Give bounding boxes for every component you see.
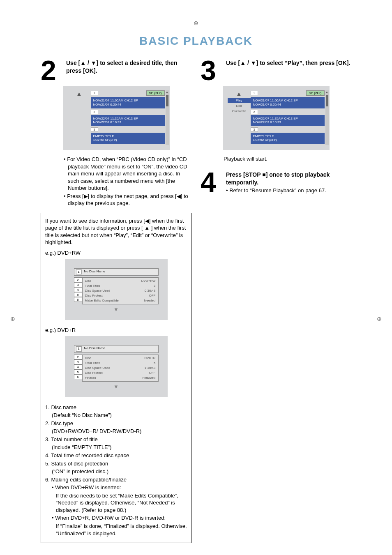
scroll-thumb: [166, 95, 168, 106]
disc1-name: No Disc Name: [84, 269, 106, 275]
legend-2: 2. Disc type: [45, 420, 187, 427]
step4-note: • Refer to “Resume Playback” on page 67.: [226, 187, 351, 193]
title-badge: 1: [91, 91, 98, 95]
row-num: 6: [74, 374, 82, 379]
row-num: 5: [74, 292, 82, 297]
legend-1: 1. Disc name: [45, 404, 187, 411]
legend-5b: (“ON” is protected disc.): [52, 468, 187, 475]
menu-play: Play: [228, 98, 251, 103]
step3-screenshot-panel: ▲ Play Edit Overwrite 1 SP (2Hr): [223, 86, 330, 150]
legend-6: 6. Making edits compatible/finalize: [45, 476, 187, 484]
disc1-name-num: 1: [76, 269, 82, 275]
disc-panel-r: 1 No Disc Name 2 3 4 5 6: [65, 336, 168, 397]
row-num: 2: [74, 355, 82, 359]
step-number-3: 3: [201, 59, 222, 81]
menu-overwrite: Overwrite: [228, 108, 251, 114]
row-num: 2: [74, 277, 82, 282]
registration-mark-right: ⊕: [377, 315, 382, 322]
step2-note-1: • For Video CD, when “PBC (Video CD only…: [64, 156, 191, 192]
disc2-name-num: 1: [76, 346, 82, 352]
example-label-2: e.g.) DVD+R: [45, 327, 187, 334]
legend-6b-detail: If “Finalize” is done, “Finalized” is di…: [56, 523, 187, 537]
infobox-intro: If you want to see disc information, pre…: [45, 217, 187, 246]
legend-3b: (include “EMPTY TITLE”): [52, 444, 187, 451]
row-num: 5: [74, 369, 82, 374]
title-badge-3: 3: [91, 127, 98, 132]
disc-panel-rw: 1 No Disc Name 2 3 4 5 6: [65, 259, 168, 320]
row-num: 3: [74, 282, 82, 287]
legend-4: 4. Total time of recorded disc space: [45, 452, 187, 459]
title-row-3: EMPTY TITLE 1:37:52 SP(2Hr): [91, 133, 165, 144]
scroll-up-icon: ▲: [166, 90, 169, 94]
step2-screenshot-panel: ▲ 1 SP (2Hr) NOV/21/07 11:00AM CH12 SP N…: [63, 86, 170, 150]
disc-info-box: If you want to see disc information, pre…: [41, 213, 191, 543]
step2-note-2: • Press [▶] to display the next page, an…: [64, 193, 191, 207]
scrollbar: ▲: [325, 90, 329, 145]
row-num: 4: [74, 364, 82, 369]
sp-indicator: SP (2Hr): [306, 90, 325, 96]
up-arrow-icon: ▲: [228, 90, 251, 98]
menu-edit: Edit: [228, 103, 251, 108]
row-num: 6: [74, 297, 82, 302]
legend-1b: (Default “No Disc Name”): [52, 412, 187, 419]
down-arrow-icon: ▼: [74, 306, 159, 313]
title-row-1: NOV/21/07 11:00AM CH12 SP NOV/21/07 0:20…: [91, 97, 165, 108]
step4-heading: Press [STOP ■] once to stop playback tem…: [226, 171, 351, 187]
scroll-thumb: [326, 95, 328, 106]
down-arrow-icon: ▼: [74, 383, 159, 391]
step-number-4: 4: [201, 171, 222, 193]
step2-heading: Use [▲ / ▼] to select a desired title, t…: [66, 59, 191, 81]
title-row-3: EMPTY TITLE 1:37:52 SP(2Hr): [251, 133, 325, 144]
disc2-name: No Disc Name: [84, 346, 106, 352]
registration-mark-top: ⊕: [33, 20, 359, 26]
legend-2b: (DVD+RW/DVD+R/ DVD-RW/DVD-R): [52, 428, 187, 435]
legend-6a: • When DVD+RW is inserted:: [52, 484, 187, 491]
legend-5: 5. Status of disc protection: [45, 460, 187, 467]
legend-6a-detail: If the disc needs to be set “Make Edits …: [56, 492, 187, 514]
title-row-1: NOV/21/07 11:00AM CH12 SP NOV/21/07 0:20…: [251, 97, 325, 108]
step3-result: Playback will start.: [224, 156, 351, 162]
section-title: BASIC PLAYBACK: [41, 35, 351, 48]
registration-mark-left: ⊕: [10, 315, 15, 322]
scroll-up-icon: ▲: [325, 90, 329, 94]
row-num: 4: [74, 287, 82, 292]
legend-3: 3. Total number of title: [45, 436, 187, 443]
scrollbar: ▲: [166, 90, 169, 145]
step3-heading: Use [▲ / ▼] to select “Play”, then press…: [226, 59, 350, 81]
row-num: 3: [74, 359, 82, 364]
title-badge-2: 2: [91, 110, 98, 114]
step-number-2: 2: [41, 59, 62, 81]
title-badge-2: 2: [251, 110, 258, 114]
title-badge-3: 3: [251, 127, 258, 132]
title-row-2: NOV/22/07 11:35AM CH13 EP NOV/22/07 0:10…: [251, 115, 325, 126]
sp-indicator: SP (2Hr): [146, 90, 165, 96]
title-row-2: NOV/22/07 11:35AM CH13 EP NOV/22/07 0:10…: [91, 115, 165, 126]
example-label-1: e.g.) DVD+RW: [45, 249, 187, 257]
title-badge: 1: [251, 91, 258, 95]
legend-6b: • When DVD+R, DVD-RW or DVD-R is inserte…: [52, 514, 187, 522]
up-arrow-icon: ▲: [68, 90, 91, 98]
